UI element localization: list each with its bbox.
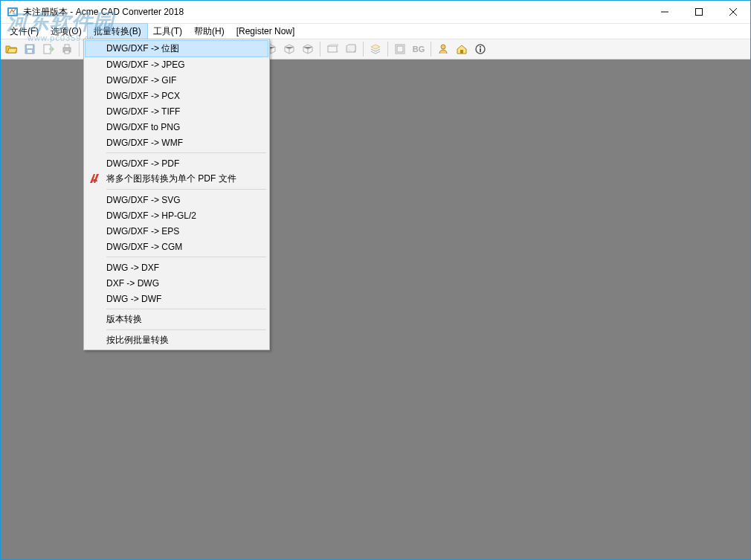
menu-item[interactable]: 将多个图形转换为单个 PDF 文件 [86,171,268,187]
menu-item-label: DWG/DXF -> JPEG [106,59,185,70]
svg-rect-8 [65,45,69,48]
toolbar-separator [363,42,364,57]
menu-item[interactable]: DXF -> DWG [86,275,268,291]
minimize-button[interactable] [648,1,682,23]
save-icon [21,40,39,58]
about-icon[interactable] [471,40,489,58]
menu-item-label: DWG/DXF -> SVG [106,195,181,205]
menu-item[interactable]: DWG/DXF -> SVG [86,192,268,207]
svg-rect-20 [397,46,403,52]
app-window: 河东软件园 www.pc0359.cn 未注册版本 - Acme CAD Con… [0,0,751,560]
hidden-icon [342,40,360,58]
menu-item[interactable]: DWG/DXF -> PDF [86,155,268,171]
menu-item-label: DWG/DXF -> 位图 [106,42,179,55]
menu-item-label: DWG/DXF to PNG [106,122,180,132]
menu-separator [106,152,266,153]
menu-item-label: DWG/DXF -> TIFF [106,106,180,117]
menu-item-label: DWG -> DXF [106,263,159,273]
menu-item[interactable]: DWG/DXF -> PCX [86,88,268,103]
menu-item-label: 将多个图形转换为单个 PDF 文件 [106,173,236,185]
layout-icon [391,40,409,58]
menu-item-label: DWG/DXF -> PDF [106,158,179,169]
menu-item-label: DWG/DXF -> GIF [106,75,176,86]
menu-item[interactable]: DWG/DXF -> 位图 [86,41,268,57]
svg-rect-17 [328,46,337,52]
toolbar-separator [431,42,431,57]
menu-item[interactable]: 版本转换 [86,312,268,327]
menu-registernow[interactable]: [Register Now] [231,25,301,38]
menu-item-label: DWG/DXF -> EPS [106,226,179,236]
menu-item-label: DWG/DXF -> PCX [106,91,180,101]
menu-item[interactable]: DWG/DXF -> EPS [86,223,268,239]
menu-item-label: 版本转换 [106,313,142,326]
close-button[interactable] [716,1,750,23]
menu-separator [106,309,266,309]
bg-toggle-icon: BG [410,40,428,58]
menu-item-label: DWG/DXF -> CGM [106,242,182,252]
menu-item[interactable]: DWG -> DXF [86,260,268,275]
menu-item-label: DWG/DXF -> WMF [106,138,183,148]
menu-o[interactable]: 选项(O) [45,24,87,39]
menu-f[interactable]: 文件(F) [4,24,45,39]
menu-item-label: DWG -> DWF [106,294,161,304]
menu-item[interactable]: DWG -> DWF [86,291,268,306]
batch-convert-menu: DWG/DXF -> 位图DWG/DXF -> JPEGDWG/DXF -> G… [83,39,270,350]
svg-rect-25 [480,46,481,48]
svg-rect-9 [65,51,69,54]
menu-bar: 文件(F)选项(O)批量转换(B)工具(T)帮助(H)[Register Now… [1,24,750,39]
menu-b[interactable]: 批量转换(B) [88,24,147,39]
export-icon [39,40,57,58]
window-controls [648,1,750,23]
menu-t[interactable]: 工具(T) [147,24,188,39]
user-icon[interactable] [434,40,452,58]
wireframe-icon [323,40,341,58]
menu-h[interactable]: 帮助(H) [188,24,231,39]
toolbar-separator [387,42,388,57]
open-icon[interactable] [2,40,20,58]
adobe-icon [88,173,100,184]
svg-rect-24 [480,48,481,52]
title-bar: 未注册版本 - Acme CAD Converter 2018 [1,1,750,24]
home-icon[interactable] [453,40,471,58]
toolbar-separator [320,42,320,57]
menu-item[interactable]: DWG/DXF -> GIF [86,72,268,88]
svg-point-21 [441,45,445,49]
menu-item[interactable]: DWG/DXF -> CGM [86,239,268,254]
menu-item-label: 按比例批量转换 [106,334,169,347]
menu-item-label: DXF -> DWG [106,278,159,289]
iso-ne-icon [280,40,298,58]
iso-nw-icon [299,40,317,58]
menu-separator [106,189,266,190]
menu-item[interactable]: DWG/DXF -> TIFF [86,103,268,119]
menu-separator [106,329,266,330]
menu-item[interactable]: DWG/DXF -> HP-GL/2 [86,207,268,223]
svg-rect-2 [696,9,703,16]
toolbar-separator [79,42,80,57]
svg-rect-5 [28,50,32,53]
layers-icon [367,40,384,58]
menu-item-label: DWG/DXF -> HP-GL/2 [106,210,196,221]
svg-rect-4 [27,45,33,48]
menu-item[interactable]: DWG/DXF -> WMF [86,135,268,150]
maximize-button[interactable] [682,1,716,23]
menu-item[interactable]: DWG/DXF -> JPEG [86,57,268,72]
menu-item[interactable]: 按比例批量转换 [86,332,268,348]
app-icon [7,6,19,18]
window-title: 未注册版本 - Acme CAD Converter 2018 [23,6,184,19]
menu-separator [106,257,266,257]
menu-item[interactable]: DWG/DXF to PNG [86,119,268,135]
print-icon [58,40,76,58]
svg-rect-22 [460,50,463,54]
